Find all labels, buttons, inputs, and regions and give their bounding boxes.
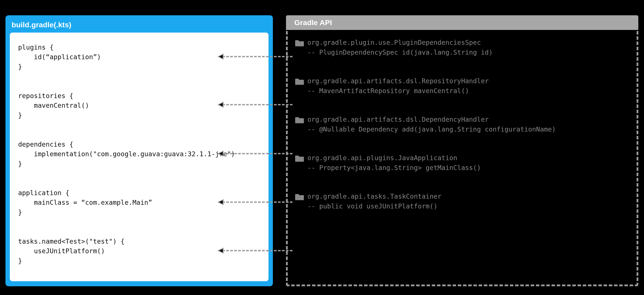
api-method-signature: -- PluginDependencySpec id(java.lang.Str… — [295, 49, 630, 56]
api-entry: org.gradle.api.artifacts.dsl.DependencyH… — [295, 116, 630, 133]
build-file-title: build.gradle(.kts) — [10, 20, 268, 33]
folder-icon — [295, 193, 304, 200]
folder-icon — [295, 116, 304, 123]
connector-arrow — [218, 201, 292, 203]
api-entry: org.gradle.api.tasks.TaskContainer -- pu… — [295, 192, 630, 210]
api-list: org.gradle.plugin.use.PluginDependencies… — [288, 30, 636, 237]
api-class-name: org.gradle.plugin.use.PluginDependencies… — [307, 39, 481, 46]
api-method-signature: -- Property<java.lang.String> getMainCla… — [295, 164, 630, 172]
folder-icon — [295, 39, 304, 46]
code-container: plugins { id(“application”) } repositori… — [10, 33, 268, 281]
api-entry: org.gradle.api.plugins.JavaApplication -… — [295, 154, 630, 172]
gradle-api-title: Gradle API — [286, 15, 638, 30]
arrowhead-icon — [218, 151, 224, 157]
arrowhead-icon — [218, 102, 224, 108]
connector-arrow — [218, 56, 292, 57]
svg-rect-1 — [295, 80, 304, 85]
svg-rect-2 — [295, 119, 304, 123]
svg-rect-4 — [295, 196, 304, 200]
api-class-name: org.gradle.api.artifacts.dsl.RepositoryH… — [307, 77, 489, 85]
api-method-signature: -- @Nullable Dependency add(java.lang.St… — [295, 125, 630, 133]
arrowhead-icon — [218, 54, 224, 60]
folder-icon — [295, 77, 304, 85]
svg-rect-3 — [295, 157, 304, 162]
arrowhead-icon — [218, 247, 224, 254]
api-class-name: org.gradle.api.plugins.JavaApplication — [307, 154, 457, 162]
arrowhead-icon — [218, 199, 224, 205]
connector-arrow — [218, 250, 292, 251]
svg-rect-0 — [295, 42, 304, 46]
folder-icon — [295, 154, 304, 162]
api-entry: org.gradle.api.artifacts.dsl.RepositoryH… — [295, 77, 630, 95]
gradle-api-panel: Gradle API org.gradle.plugin.use.PluginD… — [286, 15, 638, 286]
api-entry: org.gradle.plugin.use.PluginDependencies… — [295, 39, 630, 56]
api-class-name: org.gradle.api.artifacts.dsl.DependencyH… — [307, 116, 489, 123]
api-method-signature: -- public void useJUnitPlatform() — [295, 202, 630, 210]
connector-arrow — [218, 104, 292, 105]
api-class-name: org.gradle.api.tasks.TaskContainer — [307, 192, 442, 200]
connector-arrow — [218, 153, 292, 154]
api-method-signature: -- MavenArtifactRepository mavenCentral(… — [295, 87, 630, 95]
